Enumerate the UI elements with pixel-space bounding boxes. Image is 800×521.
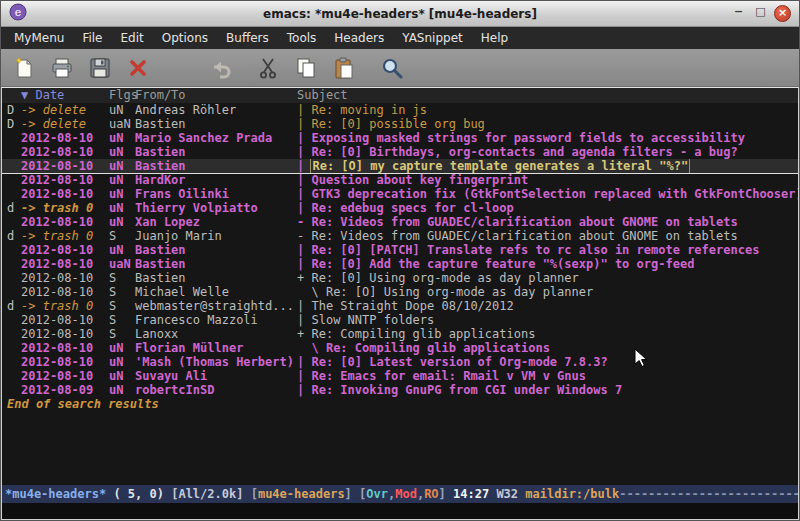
message-subject: Re: [0] [PATCH] Translate refs to rc als…: [311, 243, 759, 257]
copy-icon[interactable]: [293, 54, 319, 82]
close-icon[interactable]: [125, 54, 151, 82]
date-or-mark: 2012-08-10: [21, 243, 109, 257]
message-sender: 'Mash (Thomas Herbert): [135, 355, 297, 369]
message-sender: Bastien: [135, 145, 297, 159]
message-row[interactable]: d-> trash 0SJuanjo Marin- Re: Videos fro…: [2, 229, 798, 243]
date-or-mark: 2012-08-10: [21, 173, 109, 187]
message-row[interactable]: 2012-08-09uNrobertcInSD| Re: Invoking Gn…: [2, 383, 798, 397]
message-row[interactable]: 2012-08-10uNFlorian Müllner \ Re: Compil…: [2, 341, 798, 355]
message-subject: Exposing masked strings for password fie…: [311, 131, 744, 145]
menu-yasnippet[interactable]: YASnippet: [393, 27, 472, 49]
message-row[interactable]: D-> deleteuaNBastien| Re: [0] possible o…: [2, 117, 798, 131]
message-flags: S: [109, 313, 135, 327]
message-subject: Re: Compiling glib applications: [311, 327, 535, 341]
mark-char: D: [7, 117, 21, 131]
menu-options[interactable]: Options: [153, 27, 217, 49]
modeline-segment-cyan: Ovr: [366, 487, 388, 501]
message-row[interactable]: 2012-08-10SBastien+ Re: [0] Using org-mo…: [2, 271, 798, 285]
message-row[interactable]: d-> trash 0Swebmaster@straightd...| The …: [2, 299, 798, 313]
menu-headers[interactable]: Headers: [325, 27, 393, 49]
thread-connector: |: [297, 369, 311, 383]
message-row[interactable]: 2012-08-10uN'Mash (Thomas Herbert)| Re: …: [2, 355, 798, 369]
modeline-segment-light: W32: [489, 487, 525, 501]
message-row[interactable]: 2012-08-10SMichael Welle \ Re: [O] Using…: [2, 285, 798, 299]
message-subject: Re: Invoking GnuPG from CGI under Window…: [311, 383, 622, 397]
thread-connector: |: [297, 257, 311, 271]
message-subject: Question about key fingerprint: [311, 173, 528, 187]
new-file-icon[interactable]: [11, 54, 37, 82]
column-header-from[interactable]: From/To: [135, 88, 297, 102]
message-row[interactable]: 2012-08-10uNMario Sanchez Prada| Exposin…: [2, 131, 798, 145]
svg-text:e: e: [15, 6, 22, 19]
message-flags: uN: [109, 383, 135, 397]
message-subject: Re: Videos from GUADEC/clarification abo…: [311, 229, 737, 243]
message-row[interactable]: 2012-08-10SLanoxx+ Re: Compiling glib ap…: [2, 327, 798, 341]
message-sender: Andreas Röhler: [135, 103, 297, 117]
message-row[interactable]: 2012-08-10uNBastien| Re: [0] Birthdays, …: [2, 145, 798, 159]
column-header-subject[interactable]: Subject: [297, 88, 348, 102]
message-subject: GTK3 deprecation fix (GtkFontSelection r…: [311, 187, 798, 201]
column-header-flags[interactable]: Flgs: [109, 88, 135, 102]
date-or-mark: 2012-08-10: [21, 369, 109, 383]
message-subject: Re: Emacs for email: Rmail v VM v Gnus: [311, 369, 586, 383]
message-row[interactable]: 2012-08-10uNBastien| Re: [O] my capture …: [2, 159, 798, 173]
thread-connector: \: [297, 341, 326, 355]
message-sender: Frans Oilinki: [135, 187, 297, 201]
minimize-button[interactable]: −: [730, 5, 747, 22]
date-or-mark: 2012-08-10: [21, 215, 109, 229]
thread-connector: \: [297, 285, 326, 299]
message-subject: Re: [0] Add the capture feature "%(sexp)…: [311, 257, 694, 271]
message-row[interactable]: 2012-08-10SFrancesco Mazzoli| Slow NNTP …: [2, 313, 798, 327]
message-row[interactable]: d-> trash 0uNThierry Volpiatto| Re: edeb…: [2, 201, 798, 215]
message-flags: uN: [109, 341, 135, 355]
message-row[interactable]: 2012-08-10uNHardKor| Question about key …: [2, 173, 798, 187]
message-subject: Re: [O] Using org-mode as day planner: [326, 285, 593, 299]
save-icon[interactable]: [87, 54, 113, 82]
message-flags: uN: [109, 145, 135, 159]
window-controls: − □ ×: [719, 5, 791, 22]
message-row[interactable]: 2012-08-10uNXan Lopez- Re: Videos from G…: [2, 215, 798, 229]
date-or-mark: 2012-08-10: [21, 341, 109, 355]
message-row[interactable]: 2012-08-10uNBastien| Re: [0] [PATCH] Tra…: [2, 243, 798, 257]
message-sender: Juanjo Marin: [135, 229, 297, 243]
message-flags: S: [109, 229, 135, 243]
thread-connector: |: [297, 159, 311, 173]
print-icon[interactable]: [49, 54, 75, 82]
message-sender: robertcInSD: [135, 383, 297, 397]
maximize-button[interactable]: □: [752, 5, 769, 22]
message-flags: uN: [109, 159, 135, 173]
cut-icon[interactable]: [255, 54, 281, 82]
message-row[interactable]: 2012-08-10uaNBastien| Re: [0] Add the ca…: [2, 257, 798, 271]
thread-connector: |: [297, 187, 311, 201]
modeline-segment-red: Mod: [395, 487, 417, 501]
message-flags: uN: [109, 173, 135, 187]
close-window-button[interactable]: ×: [774, 5, 791, 22]
modeline-segment-dim: ]: [439, 487, 453, 501]
message-sender: Bastien: [135, 271, 297, 285]
date-or-mark: 2012-08-10: [21, 271, 109, 285]
menu-tools[interactable]: Tools: [278, 27, 326, 49]
column-header-date[interactable]: ▼ Date: [21, 88, 109, 102]
message-flags: uN: [109, 201, 135, 215]
paste-icon[interactable]: [331, 54, 357, 82]
modeline-segment-white: 14:27: [453, 487, 489, 501]
search-icon[interactable]: [379, 54, 405, 82]
menu-file[interactable]: File: [73, 27, 111, 49]
message-flags: S: [109, 327, 135, 341]
message-flags: uaN: [109, 257, 135, 271]
thread-connector: +: [297, 327, 311, 341]
modeline-segment-light: [All/2.0k]: [171, 487, 250, 501]
message-row[interactable]: 2012-08-10uNFrans Oilinki| GTK3 deprecat…: [2, 187, 798, 201]
menu-edit[interactable]: Edit: [112, 27, 153, 49]
message-sender: HardKor: [135, 173, 297, 187]
message-sender: Michael Welle: [135, 285, 297, 299]
menu-buffers[interactable]: Buffers: [217, 27, 278, 49]
modeline-segment-buffer: *mu4e-headers*: [5, 487, 106, 501]
message-row[interactable]: D-> deleteuNAndreas Röhler| Re: moving i…: [2, 103, 798, 117]
menu-mymenu[interactable]: MyMenu: [5, 27, 73, 49]
message-row[interactable]: 2012-08-10uNSuvayu Ali| Re: Emacs for em…: [2, 369, 798, 383]
thread-connector: |: [297, 313, 311, 327]
menu-help[interactable]: Help: [472, 27, 517, 49]
message-subject: Re: [0] possible org bug: [311, 117, 484, 131]
message-flags: uN: [109, 215, 135, 229]
